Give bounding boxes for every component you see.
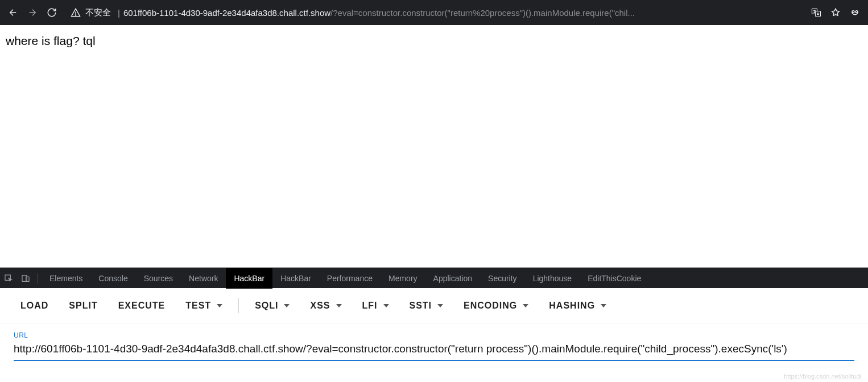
hackbar-split-button[interactable]: SPLIT bbox=[59, 295, 108, 317]
hackbar-test-button[interactable]: TEST bbox=[175, 295, 233, 317]
reload-button[interactable] bbox=[42, 3, 61, 22]
back-button[interactable] bbox=[3, 3, 23, 22]
hackbar-encoding-button[interactable]: ENCODING bbox=[453, 295, 539, 317]
page-body-text: where is flag? tql bbox=[6, 34, 96, 47]
extension-icon[interactable] bbox=[845, 4, 865, 21]
address-separator: | bbox=[118, 8, 120, 18]
svg-point-3 bbox=[852, 11, 854, 13]
hackbar-execute-button[interactable]: EXECUTE bbox=[108, 295, 176, 317]
hackbar-xss-button[interactable]: XSS bbox=[300, 295, 352, 317]
hackbar-ssti-button[interactable]: SSTI bbox=[399, 295, 454, 317]
hackbar-toolbar: LOADSPLITEXECUTE TEST SQLIXSSLFISSTIENCO… bbox=[0, 288, 868, 323]
hackbar-load-button[interactable]: LOAD bbox=[10, 295, 59, 317]
devtools-tab-console[interactable]: Console bbox=[90, 268, 135, 289]
devtools-tab-hackbar[interactable]: HackBar bbox=[226, 268, 272, 289]
svg-point-0 bbox=[75, 15, 76, 15]
chevron-down-icon bbox=[437, 304, 443, 307]
chevron-down-icon bbox=[601, 304, 606, 307]
hackbar-sqli-button[interactable]: SQLI bbox=[245, 295, 300, 317]
devtools-tab-hackbar[interactable]: HackBar bbox=[272, 268, 319, 289]
address-path: /?eval=constructor.constructor("return%2… bbox=[330, 8, 797, 18]
hackbar-separator bbox=[238, 298, 239, 313]
hackbar-url-section: URL bbox=[0, 323, 868, 361]
devtools-divider bbox=[38, 273, 38, 284]
watermark-text: https://blog.csdn.net/solitudi bbox=[784, 373, 861, 380]
inspect-element-icon[interactable] bbox=[0, 268, 17, 289]
devtools-tab-application[interactable]: Application bbox=[425, 268, 481, 289]
devtools-tab-elements[interactable]: Elements bbox=[42, 268, 90, 289]
hackbar-url-label: URL bbox=[14, 331, 854, 339]
chevron-down-icon bbox=[336, 304, 342, 307]
hackbar-hashing-button[interactable]: HASHING bbox=[539, 295, 617, 317]
devtools-tab-editthiscookie[interactable]: EditThisCookie bbox=[580, 268, 649, 289]
chevron-down-icon bbox=[217, 304, 222, 307]
translate-icon[interactable] bbox=[807, 4, 826, 21]
insecure-label: 不安全 bbox=[85, 7, 111, 18]
devtools-tab-performance[interactable]: Performance bbox=[319, 268, 381, 289]
devtools-tab-network[interactable]: Network bbox=[181, 268, 226, 289]
insecure-warning-icon bbox=[71, 7, 81, 18]
device-toolbar-icon[interactable] bbox=[17, 268, 34, 289]
chevron-down-icon bbox=[383, 304, 389, 307]
devtools-tab-lighthouse[interactable]: Lighthouse bbox=[525, 268, 580, 289]
bookmark-star-icon[interactable] bbox=[826, 4, 845, 21]
devtools-tab-memory[interactable]: Memory bbox=[381, 268, 425, 289]
chevron-down-icon bbox=[284, 304, 290, 307]
hackbar-url-input[interactable] bbox=[14, 339, 854, 361]
devtools-tab-security[interactable]: Security bbox=[480, 268, 525, 289]
forward-button[interactable] bbox=[23, 3, 42, 22]
devtools-tab-sources[interactable]: Sources bbox=[136, 268, 181, 289]
address-host: 601ff06b-1101-4d30-9adf-2e34d4afa3d8.cha… bbox=[123, 8, 330, 18]
browser-toolbar: 不安全 | 601ff06b-1101-4d30-9adf-2e34d4afa3… bbox=[0, 0, 868, 25]
svg-point-4 bbox=[855, 11, 858, 13]
devtools-tabstrip: ElementsConsoleSourcesNetworkHackBarHack… bbox=[0, 268, 868, 288]
hackbar-lfi-button[interactable]: LFI bbox=[352, 295, 399, 317]
address-bar[interactable]: 不安全 | 601ff06b-1101-4d30-9adf-2e34d4afa3… bbox=[65, 4, 803, 21]
chevron-down-icon bbox=[523, 304, 528, 307]
page-content: where is flag? tql bbox=[0, 25, 868, 268]
